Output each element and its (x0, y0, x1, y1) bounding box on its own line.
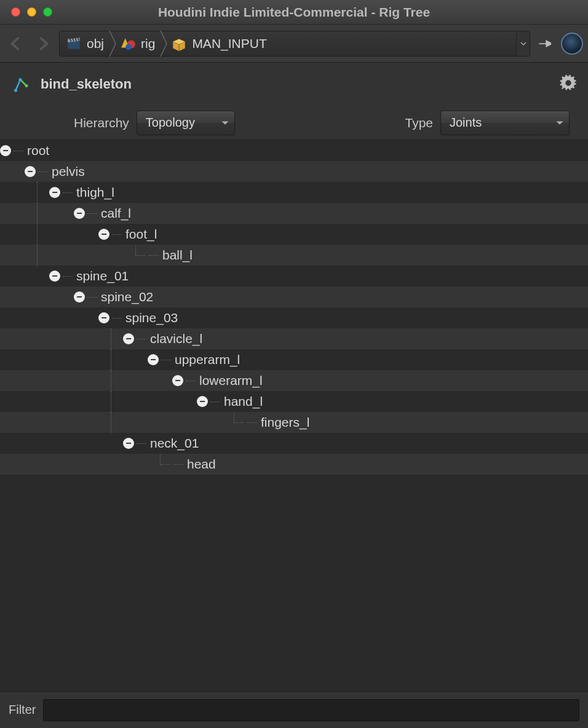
collapse-toggle[interactable]: − (172, 375, 183, 386)
tree-node-label: spine_01 (75, 269, 129, 283)
collapse-toggle[interactable]: − (74, 291, 85, 303)
tree-node-label: upperarm_l (173, 352, 240, 367)
node-header: bind_skeleton (0, 63, 588, 106)
collapse-toggle[interactable]: − (197, 396, 208, 407)
tree-node-label: head (186, 457, 216, 472)
pin-icon[interactable] (535, 33, 556, 54)
collapse-toggle[interactable]: − (123, 438, 134, 449)
tree-node-label: calf_l (100, 206, 131, 221)
nav-back-button[interactable] (5, 31, 27, 56)
tree-node-label: lowerarm_l (198, 373, 263, 388)
collapse-toggle[interactable]: − (74, 208, 85, 219)
box-icon (171, 36, 187, 52)
tree-row[interactable]: −thigh_l (0, 182, 588, 203)
collapse-toggle[interactable]: − (98, 229, 109, 240)
filter-input[interactable] (43, 699, 579, 721)
tree-row[interactable]: −clavicle_l (0, 328, 588, 349)
tree-node-label: root (26, 143, 49, 158)
collapse-toggle[interactable]: − (49, 271, 60, 282)
breadcrumb-label: MAN_INPUT (192, 36, 266, 51)
tree-node-label: foot_l (124, 227, 157, 242)
tree-row[interactable]: −spine_03 (0, 307, 588, 328)
toolbar: objrigMAN_INPUT (0, 25, 588, 63)
tree-node-label: pelvis (50, 164, 85, 179)
tree-node-label: ball_l (161, 248, 193, 263)
hierarchy-label: Hierarchy (74, 116, 129, 130)
tree-node-label: fingers_l (260, 415, 309, 430)
tree-node-label: clavicle_l (149, 331, 202, 346)
node-name: bind_skeleton (41, 76, 132, 92)
tree-node-label: neck_01 (149, 436, 199, 451)
tree-node-label: thigh_l (75, 185, 114, 200)
svg-point-2 (125, 44, 132, 50)
breadcrumb-separator (109, 31, 117, 57)
nav-forward-button[interactable] (32, 31, 54, 56)
breadcrumb-separator (160, 31, 169, 57)
collapse-toggle[interactable]: − (123, 333, 134, 344)
window-controls (0, 7, 52, 17)
tree-row[interactable]: −hand_l (0, 391, 588, 412)
breadcrumb-MAN_INPUT[interactable]: MAN_INPUT (169, 31, 271, 56)
collapse-toggle[interactable]: − (0, 145, 11, 156)
breadcrumb-label: obj (87, 36, 104, 51)
tree-row[interactable]: ball_l (0, 245, 588, 266)
filter-label: Filter (9, 703, 36, 717)
gear-icon[interactable] (560, 74, 577, 95)
path-bar[interactable]: objrigMAN_INPUT (59, 31, 530, 57)
tree-row[interactable]: −spine_02 (0, 287, 588, 307)
collapse-toggle[interactable]: − (98, 312, 109, 323)
maximize-window-button[interactable] (43, 7, 52, 17)
breadcrumb-rig[interactable]: rig (117, 31, 160, 56)
rig-tree[interactable]: −root−pelvis−thigh_l−calf_l−foot_lball_l… (0, 140, 588, 691)
tree-row[interactable]: −pelvis (0, 161, 588, 182)
breadcrumb-obj[interactable]: obj (63, 31, 109, 56)
tree-node-label: spine_02 (100, 290, 153, 304)
clapper-icon (66, 36, 82, 52)
type-dropdown[interactable]: Joints (440, 111, 570, 135)
tree-row[interactable]: −spine_01 (0, 266, 588, 287)
minimize-window-button[interactable] (27, 7, 36, 17)
hierarchy-dropdown[interactable]: Topology (137, 111, 235, 135)
svg-point-4 (14, 89, 17, 92)
chevron-down-icon (555, 119, 564, 127)
tree-row[interactable]: −neck_01 (0, 433, 588, 454)
rig-node-icon (11, 75, 30, 93)
tree-node-label: hand_l (223, 394, 263, 409)
options-row: Hierarchy Topology Type Joints (0, 106, 588, 140)
svg-point-5 (25, 84, 28, 87)
type-label: Type (405, 116, 433, 130)
tree-row[interactable]: −calf_l (0, 203, 588, 224)
chevron-down-icon (221, 119, 229, 127)
tree-row[interactable]: fingers_l (0, 412, 588, 433)
close-window-button[interactable] (11, 7, 20, 17)
window-title: Houdini Indie Limited-Commercial - Rig T… (0, 5, 588, 20)
cone-ball-icon (120, 36, 136, 52)
svg-rect-0 (68, 41, 80, 49)
tree-row[interactable]: head (0, 454, 588, 475)
collapse-toggle[interactable]: − (25, 166, 36, 177)
tree-row[interactable]: −upperarm_l (0, 349, 588, 370)
type-value: Joints (450, 116, 482, 130)
filter-bar: Filter (0, 691, 588, 728)
tree-node-label: spine_03 (124, 311, 178, 325)
tree-row[interactable]: −root (0, 140, 588, 161)
collapse-toggle[interactable]: − (49, 187, 60, 198)
breadcrumb-label: rig (141, 36, 155, 51)
title-bar: Houdini Indie Limited-Commercial - Rig T… (0, 0, 588, 25)
collapse-toggle[interactable]: − (148, 354, 159, 365)
view-toggle-icon[interactable] (561, 33, 583, 55)
svg-point-3 (19, 78, 22, 81)
path-dropdown-button[interactable] (516, 31, 530, 56)
tree-row[interactable]: −foot_l (0, 224, 588, 245)
hierarchy-value: Topology (146, 116, 195, 130)
tree-row[interactable]: −lowerarm_l (0, 370, 588, 391)
